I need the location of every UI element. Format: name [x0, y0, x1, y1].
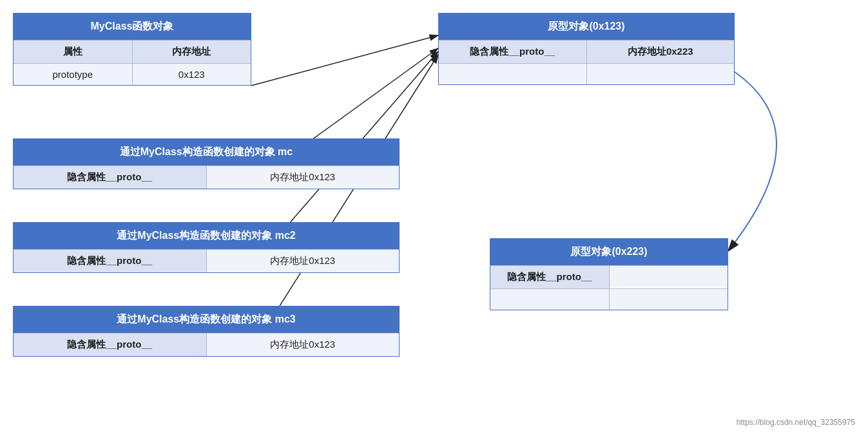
watermark: https://blog.csdn.net/qq_32355975: [737, 418, 855, 427]
mc2-row1: 隐含属性__proto__ 内存地址0x123: [14, 249, 399, 272]
proto-0x223-col2: [610, 266, 728, 286]
myclass-func-block: MyClass函数对象 属性 内存地址 prototype 0x123: [13, 13, 251, 86]
proto-0x123-col2: 内存地址0x223: [587, 41, 735, 63]
proto-0x123-empty2: [587, 64, 735, 84]
mc-block: 通过MyClass构造函数创建的对象 mc 隐含属性__proto__ 内存地址…: [13, 138, 400, 189]
mc3-col2: 内存地址0x123: [207, 333, 400, 356]
mc2-title: 通过MyClass构造函数创建的对象 mc2: [14, 223, 399, 249]
proto-0x223-empty-row: [490, 288, 728, 310]
proto-0x123-block: 原型对象(0x123) 隐含属性__proto__ 内存地址0x223: [438, 13, 735, 85]
mc-row1: 隐含属性__proto__ 内存地址0x123: [14, 165, 399, 189]
proto-0x123-empty-row: [439, 63, 734, 84]
mc2-block: 通过MyClass构造函数创建的对象 mc2 隐含属性__proto__ 内存地…: [13, 222, 400, 273]
myclass-func-col1-header: 属性: [14, 41, 133, 63]
proto-0x123-row1: 隐含属性__proto__ 内存地址0x223: [439, 40, 734, 63]
myclass-func-col2-header: 内存地址: [133, 41, 251, 63]
myclass-func-header-row: 属性 内存地址: [14, 40, 251, 63]
mc-col1: 隐含属性__proto__: [14, 166, 207, 189]
proto-0x123-col1: 隐含属性__proto__: [439, 41, 587, 63]
proto-0x223-block: 原型对象(0x223) 隐含属性__proto__: [490, 238, 728, 310]
myclass-func-row1-col1: prototype: [14, 64, 133, 85]
mc3-block: 通过MyClass构造函数创建的对象 mc3 隐含属性__proto__ 内存地…: [13, 306, 400, 357]
mc2-col2: 内存地址0x123: [207, 250, 400, 272]
mc-col2: 内存地址0x123: [207, 166, 400, 189]
mc-title: 通过MyClass构造函数创建的对象 mc: [14, 139, 399, 165]
mc3-row1: 隐含属性__proto__ 内存地址0x123: [14, 333, 399, 356]
myclass-func-row1-col2: 0x123: [133, 64, 251, 85]
myclass-func-title: MyClass函数对象: [14, 14, 251, 40]
proto-0x223-title: 原型对象(0x223): [490, 239, 728, 265]
diagram-container: MyClass函数对象 属性 内存地址 prototype 0x123 通过My…: [0, 0, 868, 432]
mc3-title: 通过MyClass构造函数创建的对象 mc3: [14, 306, 399, 333]
mc2-col1: 隐含属性__proto__: [14, 250, 207, 272]
svg-line-1: [251, 35, 438, 86]
proto-0x123-empty1: [439, 64, 587, 84]
proto-0x223-empty2: [610, 289, 728, 310]
myclass-func-row1: prototype 0x123: [14, 63, 251, 85]
mc3-col1: 隐含属性__proto__: [14, 333, 207, 356]
proto-0x223-row1: 隐含属性__proto__: [490, 265, 728, 288]
proto-0x223-col1: 隐含属性__proto__: [490, 266, 610, 288]
proto-0x123-title: 原型对象(0x123): [439, 14, 734, 40]
proto-0x223-empty1: [490, 289, 610, 310]
